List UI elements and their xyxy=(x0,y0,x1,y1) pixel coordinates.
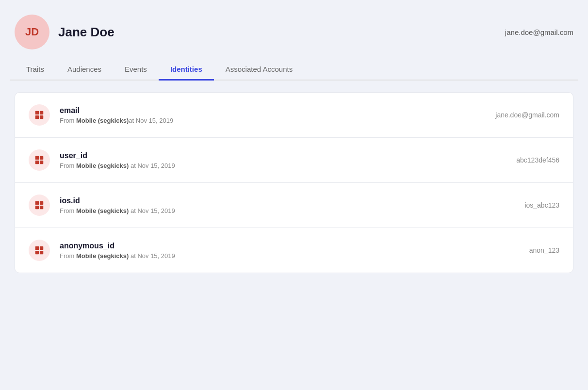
tab-identities[interactable]: Identities xyxy=(159,59,214,81)
avatar: JD xyxy=(15,15,49,49)
profile-header: JD Jane Doe jane.doe@gmail.com xyxy=(10,15,578,59)
svg-rect-3 xyxy=(40,115,43,119)
svg-rect-1 xyxy=(40,111,43,114)
svg-rect-4 xyxy=(35,156,39,160)
svg-rect-10 xyxy=(35,206,39,209)
identity-name-anonid: anonymous_id xyxy=(60,242,520,250)
svg-rect-11 xyxy=(40,206,43,209)
tab-audiences[interactable]: Audiences xyxy=(56,59,113,81)
identity-row-userid: user_id From Mobile (segkicks) at Nov 15… xyxy=(15,138,573,183)
identity-info-userid: user_id From Mobile (segkicks) at Nov 15… xyxy=(60,151,506,169)
identity-row-iosid: ios.id From Mobile (segkicks) at Nov 15,… xyxy=(15,183,573,228)
svg-rect-2 xyxy=(35,115,39,119)
identity-source-bold-email: Mobile (segkicks) xyxy=(76,117,129,124)
identity-info-iosid: ios.id From Mobile (segkicks) at Nov 15,… xyxy=(60,196,515,214)
profile-email: jane.doe@gmail.com xyxy=(505,28,573,36)
svg-rect-0 xyxy=(35,111,39,114)
svg-rect-9 xyxy=(40,201,43,205)
identity-value-anonid: anon_123 xyxy=(529,246,559,254)
profile-left: JD Jane Doe xyxy=(15,15,114,49)
svg-rect-12 xyxy=(35,246,39,250)
page-container: JD Jane Doe jane.doe@gmail.com Traits Au… xyxy=(0,0,588,390)
grid-icon-anonid xyxy=(34,245,45,256)
svg-rect-14 xyxy=(35,251,39,254)
identity-value-userid: abc123def456 xyxy=(516,156,559,164)
identity-source-bold-anonid: Mobile (segkicks) xyxy=(76,252,129,260)
identity-icon-email xyxy=(29,104,50,126)
profile-name: Jane Doe xyxy=(58,25,114,40)
identity-info-anonid: anonymous_id From Mobile (segkicks) at N… xyxy=(60,242,520,260)
identity-icon-anonid xyxy=(29,240,50,261)
identity-row-email: email From Mobile (segkicks)at Nov 15, 2… xyxy=(15,93,573,138)
identity-value-iosid: ios_abc123 xyxy=(524,201,559,209)
identities-card: email From Mobile (segkicks)at Nov 15, 2… xyxy=(15,92,573,273)
identity-icon-iosid xyxy=(29,195,50,216)
identity-source-iosid: From Mobile (segkicks) at Nov 15, 2019 xyxy=(60,207,515,214)
tab-traits[interactable]: Traits xyxy=(15,59,56,81)
identity-name-userid: user_id xyxy=(60,151,506,160)
grid-icon xyxy=(34,110,45,120)
identity-icon-userid xyxy=(29,149,50,171)
identity-info-email: email From Mobile (segkicks)at Nov 15, 2… xyxy=(60,106,486,124)
identity-source-email: From Mobile (segkicks)at Nov 15, 2019 xyxy=(60,117,486,124)
svg-rect-13 xyxy=(40,246,43,250)
tab-events[interactable]: Events xyxy=(113,59,159,81)
identity-source-bold-iosid: Mobile (segkicks) xyxy=(76,207,129,214)
tab-associated-accounts[interactable]: Associated Accounts xyxy=(214,59,304,81)
grid-icon-userid xyxy=(34,155,45,165)
identity-value-email: jane.doe@gmail.com xyxy=(495,111,559,119)
tabs-container: Traits Audiences Events Identities Assoc… xyxy=(10,59,578,81)
identity-source-anonid: From Mobile (segkicks) at Nov 15, 2019 xyxy=(60,252,520,260)
identity-row-anonid: anonymous_id From Mobile (segkicks) at N… xyxy=(15,228,573,273)
svg-rect-7 xyxy=(40,161,43,164)
svg-rect-6 xyxy=(35,161,39,164)
identity-source-bold-userid: Mobile (segkicks) xyxy=(76,162,129,169)
grid-icon-iosid xyxy=(34,200,45,211)
svg-rect-8 xyxy=(35,201,39,205)
identity-source-userid: From Mobile (segkicks) at Nov 15, 2019 xyxy=(60,162,506,169)
svg-rect-5 xyxy=(40,156,43,160)
svg-rect-15 xyxy=(40,251,43,254)
identity-name-email: email xyxy=(60,106,486,115)
identity-name-iosid: ios.id xyxy=(60,196,515,205)
